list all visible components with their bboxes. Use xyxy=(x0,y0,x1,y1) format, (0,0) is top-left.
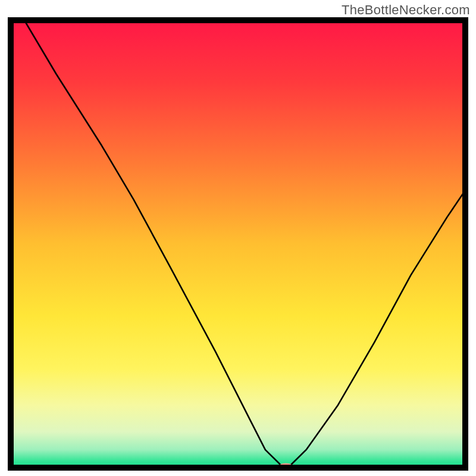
watermark-text: TheBottleNecker.com xyxy=(342,2,470,18)
gradient-background xyxy=(11,20,465,468)
chart-container: TheBottleNecker.com xyxy=(0,0,476,476)
bottleneck-plot xyxy=(7,17,469,471)
